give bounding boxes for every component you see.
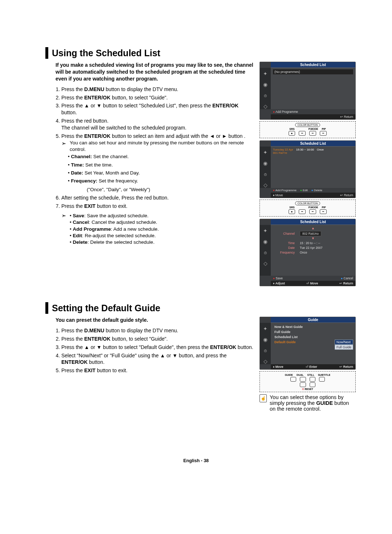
intro-text: If you make a scheduled viewing list of … <box>56 62 254 82</box>
tv-screenshot-2: Scheduled List ✦◉⌾◇ Tuesday 22 Apr 15:30… <box>260 140 356 198</box>
step-1: Press the D.MENU button to display the D… <box>61 86 254 93</box>
step-6: After setting the schedule, Press the re… <box>61 194 254 201</box>
section-title: Setting the Default Guide <box>52 303 160 313</box>
tv-screenshot-1: Scheduled List ✦◉⌾◇ (No programmes) ● Ad… <box>260 62 356 120</box>
step-5: Press the ENTER/OK button to select an i… <box>61 133 254 193</box>
steps-list: Press the D.MENU button to display the D… <box>45 327 254 374</box>
remote-diagram-3: GUIDE DUAL STILL SUBTITLE O RESET <box>260 371 356 392</box>
title-bar-icon <box>45 47 48 59</box>
steps-list: Press the D.MENU button to display the D… <box>45 86 254 210</box>
step-4: Press the red button.The channel will be… <box>61 118 254 131</box>
section-title: Using the Scheduled List <box>52 48 160 58</box>
step-2: Press the ENTER/OK button, to select "Gu… <box>61 94 254 101</box>
note-arrow-icon: ➣ <box>61 212 66 248</box>
step-7: Press the EXIT button to exit. <box>61 203 254 210</box>
section-scheduled-list: Using the Scheduled List If you make a s… <box>45 47 356 288</box>
tv-screenshot-guide: Guide ✦◉⌾◇ Now & Next Guide Full Guide S… <box>260 317 356 370</box>
tip-note: ☝ You can select these options by simply… <box>260 394 356 412</box>
hand-icon: ☝ <box>260 394 267 402</box>
note-arrow-icon: ➣ <box>61 140 66 153</box>
remote-diagram-1: COLOR BUTTON SRSP.MODEPIP ●━━━ <box>260 121 356 138</box>
section-default-guide: Setting the Default Guide You can preset… <box>45 302 356 412</box>
intro-text: You can preset the default guide style. <box>56 317 254 324</box>
step-3: Press the ▲ or ▼ button to select "Sched… <box>61 102 254 116</box>
page-number: English - 38 <box>0 458 392 463</box>
title-bar-icon <box>45 302 48 314</box>
note-text: You can also set hour and minute by pres… <box>70 140 254 153</box>
remote-diagram-2: COLOR BUTTON SRSP.MODEPIP ●━━━ <box>260 200 356 217</box>
options-list: Save: Save the adjusted schedule. Cancel… <box>70 213 159 246</box>
tv-screenshot-3: Scheduled List ✦◉⌾◇ ▲ Channel802 RaiUno … <box>260 219 356 286</box>
